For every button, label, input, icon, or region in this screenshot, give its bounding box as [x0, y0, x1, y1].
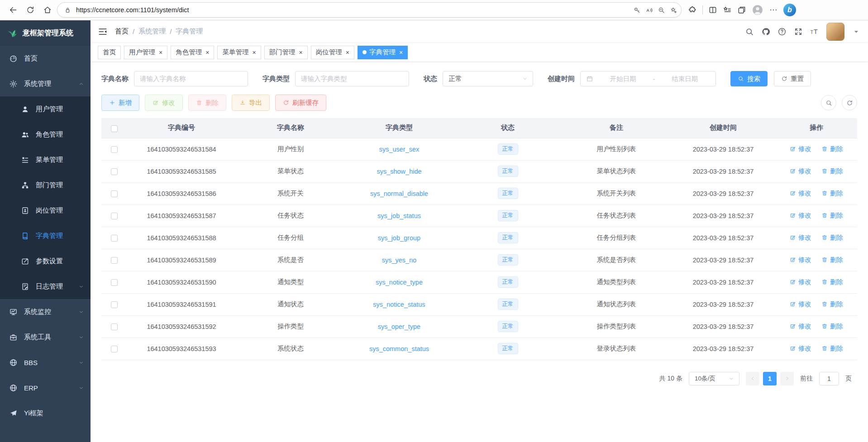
tab[interactable]: 字典管理 ×	[358, 46, 408, 59]
browser-menu-icon[interactable]	[769, 5, 778, 14]
help-icon[interactable]	[777, 27, 787, 36]
row-delete-link[interactable]: 删除	[821, 322, 843, 331]
favorites-icon[interactable]	[723, 5, 732, 14]
edit-button[interactable]: 修改	[145, 95, 183, 111]
dict-type-link[interactable]: sys_job_group	[378, 234, 420, 242]
goto-page-input[interactable]	[819, 372, 839, 385]
status-select[interactable]: 正常	[443, 71, 533, 86]
row-edit-link[interactable]: 修改	[790, 256, 811, 264]
dict-type-link[interactable]: sys_normal_disable	[370, 190, 428, 197]
fullscreen-icon[interactable]	[794, 27, 803, 36]
row-checkbox[interactable]	[111, 235, 118, 242]
sidebar-item[interactable]: 部门管理	[0, 172, 91, 198]
sidebar-item[interactable]: 角色管理	[0, 122, 91, 147]
sidebar-item[interactable]: 系统管理	[0, 71, 91, 96]
toggle-search-button[interactable]	[821, 95, 836, 110]
row-checkbox[interactable]	[111, 213, 118, 219]
dict-type-link[interactable]: sys_job_status	[377, 212, 421, 219]
sidebar-item[interactable]: 用户管理	[0, 96, 91, 122]
tab[interactable]: 用户管理 ×	[124, 46, 167, 59]
tab-close-icon[interactable]: ×	[346, 49, 349, 56]
dict-type-link[interactable]: sys_show_hide	[377, 168, 421, 175]
row-delete-link[interactable]: 删除	[821, 145, 843, 153]
sidebar-item[interactable]: 首页	[0, 46, 91, 71]
zoom-out-icon[interactable]	[658, 6, 665, 14]
dict-name-input[interactable]	[134, 71, 248, 86]
browser-refresh-button[interactable]	[23, 2, 38, 18]
tab[interactable]: 菜单管理 ×	[217, 46, 261, 59]
browser-home-button[interactable]	[40, 2, 55, 18]
sidebar-item[interactable]: Yi框架	[0, 400, 91, 426]
extensions-icon[interactable]	[688, 5, 697, 14]
breadcrumb-item[interactable]: 字典管理	[176, 27, 203, 36]
github-icon[interactable]	[761, 27, 770, 36]
row-checkbox[interactable]	[111, 168, 118, 175]
sidebar-item[interactable]: 日志管理	[0, 274, 91, 299]
row-delete-link[interactable]: 删除	[821, 167, 843, 176]
tab-close-icon[interactable]: ×	[205, 49, 209, 56]
row-delete-link[interactable]: 删除	[821, 344, 843, 353]
row-edit-link[interactable]: 修改	[790, 344, 811, 353]
browser-back-button[interactable]	[5, 2, 21, 18]
browser-profile-icon[interactable]	[752, 4, 763, 16]
select-all-checkbox[interactable]	[111, 125, 118, 132]
collections-icon[interactable]	[737, 5, 746, 14]
date-range-picker[interactable]: 开始日期 - 结束日期	[580, 71, 716, 86]
row-checkbox[interactable]	[111, 323, 118, 330]
row-delete-link[interactable]: 删除	[821, 278, 843, 286]
sidebar-item[interactable]: 系统工具	[0, 324, 91, 350]
row-edit-link[interactable]: 修改	[790, 322, 811, 331]
date-start-placeholder[interactable]: 开始日期	[598, 75, 649, 83]
sidebar-item[interactable]: 系统监控	[0, 299, 91, 324]
dict-type-link[interactable]: sys_user_sex	[379, 146, 420, 153]
sidebar-item[interactable]: 菜单管理	[0, 147, 91, 172]
tab[interactable]: 角色管理 ×	[171, 46, 214, 59]
date-end-placeholder[interactable]: 结束日期	[660, 75, 711, 83]
page-number-button[interactable]: 1	[763, 372, 777, 385]
refresh-cache-button[interactable]: 刷新缓存	[275, 95, 326, 111]
dict-type-link[interactable]: sys_oper_type	[378, 323, 420, 330]
row-checkbox[interactable]	[111, 257, 118, 264]
sidebar-collapse-icon[interactable]	[98, 27, 108, 37]
address-bar[interactable]: https://ccnetcore.com:1101/system/dict A	[57, 2, 682, 18]
breadcrumb-item[interactable]: 系统管理	[138, 27, 166, 36]
tab-close-icon[interactable]: ×	[159, 49, 162, 56]
row-checkbox[interactable]	[111, 301, 118, 308]
read-aloud-icon[interactable]: A	[645, 6, 653, 14]
next-page-button[interactable]	[780, 372, 794, 385]
row-edit-link[interactable]: 修改	[790, 233, 811, 242]
password-icon[interactable]	[633, 6, 641, 14]
row-checkbox[interactable]	[111, 279, 118, 286]
add-button[interactable]: 新增	[101, 95, 139, 111]
breadcrumb-item[interactable]: 首页	[115, 27, 129, 36]
sidebar-item[interactable]: 岗位管理	[0, 198, 91, 223]
row-delete-link[interactable]: 删除	[821, 300, 843, 309]
row-edit-link[interactable]: 修改	[790, 189, 811, 198]
user-avatar[interactable]	[826, 23, 844, 41]
sidebar-item[interactable]: BBS	[0, 350, 91, 375]
dict-type-link[interactable]: sys_notice_status	[373, 301, 425, 308]
row-checkbox[interactable]	[111, 190, 118, 197]
row-delete-link[interactable]: 删除	[821, 256, 843, 264]
refresh-table-button[interactable]	[842, 95, 857, 110]
dict-type-link[interactable]: sys_common_status	[369, 345, 429, 352]
row-edit-link[interactable]: 修改	[790, 300, 811, 309]
split-screen-icon[interactable]	[708, 5, 717, 14]
font-size-icon[interactable]: TT	[810, 27, 819, 36]
reset-button[interactable]: 重置	[774, 71, 811, 86]
sidebar-item[interactable]: 字典管理	[0, 223, 91, 248]
row-edit-link[interactable]: 修改	[790, 211, 811, 220]
copilot-icon[interactable]: b	[783, 4, 796, 16]
sidebar-item[interactable]: ERP	[0, 375, 91, 400]
avatar-caret-icon[interactable]	[852, 27, 861, 36]
row-edit-link[interactable]: 修改	[790, 145, 811, 153]
row-checkbox[interactable]	[111, 146, 118, 153]
export-button[interactable]: 导出	[232, 95, 270, 111]
dict-type-link[interactable]: sys_notice_type	[376, 279, 423, 286]
row-edit-link[interactable]: 修改	[790, 278, 811, 286]
add-favorite-icon[interactable]	[670, 6, 677, 14]
row-edit-link[interactable]: 修改	[790, 167, 811, 176]
row-delete-link[interactable]: 删除	[821, 233, 843, 242]
row-checkbox[interactable]	[111, 346, 118, 352]
tab[interactable]: 首页	[98, 46, 121, 59]
